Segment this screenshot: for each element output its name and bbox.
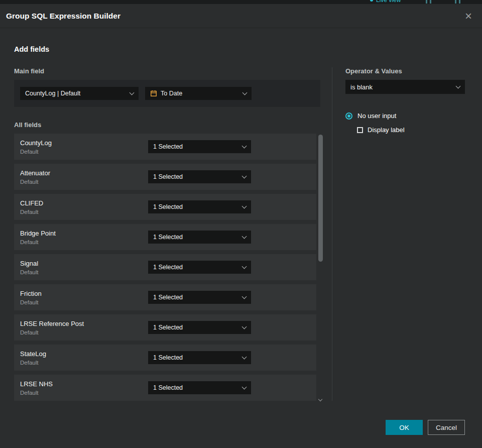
scroll-down-icon[interactable] [318,397,322,401]
chevron-down-icon [242,384,247,389]
field-row-info: Attenuator Default [20,169,148,185]
close-icon[interactable]: × [465,10,472,22]
field-layer-name: Default [20,390,148,396]
selected-values-dropdown[interactable]: 1 Selected [148,170,251,183]
selected-values-dropdown-value: 1 Selected [153,173,183,180]
chevron-down-icon [242,324,247,329]
selected-values-dropdown[interactable]: 1 Selected [148,381,251,394]
operator-values-label: Operator & Values [345,67,465,75]
operator-dropdown-value: is blank [350,83,373,91]
selected-values-dropdown-value: 1 Selected [153,384,183,391]
field-row: LRSE NHS Default 1 Selected [14,375,316,401]
dialog-title: Group SQL Expression Builder [6,12,120,21]
field-row: StateLog Default 1 Selected [14,345,316,371]
layer-dropdown[interactable]: CountyLog | Default [20,87,139,100]
live-view-button: Live view [370,0,401,4]
pause-bars-icon [455,0,460,4]
chevron-down-icon [242,143,247,148]
selected-values-dropdown-value: 1 Selected [153,354,183,361]
field-name: StateLog [20,350,148,358]
field-layer-name: Default [20,179,148,185]
selected-values-dropdown[interactable]: 1 Selected [148,291,251,304]
selected-values-dropdown-value: 1 Selected [153,294,183,301]
background-app-toolbar: Live view [0,0,482,4]
selected-values-dropdown-value: 1 Selected [153,324,183,331]
field-name: LRSE NHS [20,380,148,388]
field-layer-name: Default [20,360,148,366]
field-row-info: StateLog Default [20,350,148,366]
layer-dropdown-value: CountyLog | Default [25,90,80,97]
scrollbar-thumb[interactable] [318,135,323,262]
field-layer-name: Default [20,149,148,155]
fields-column: Main field CountyLog | Default [14,67,323,401]
checkbox-unchecked-icon [357,127,363,133]
chevron-down-icon [130,90,135,95]
field-name: CLIFED [20,199,148,207]
selected-values-dropdown[interactable]: 1 Selected [148,140,251,153]
selected-values-dropdown[interactable]: 1 Selected [148,231,251,244]
radio-selected-icon [345,113,352,120]
date-field-dropdown[interactable]: To Date [145,87,252,100]
field-row: LRSE Reference Post Default 1 Selected [14,314,316,341]
field-row-info: Friction Default [20,290,148,305]
field-layer-name: Default [20,329,148,335]
display-label-text: Display label [368,126,405,134]
chevron-down-icon [242,203,247,208]
selected-values-dropdown[interactable]: 1 Selected [148,321,251,334]
live-view-label: Live view [376,0,401,4]
no-user-input-radio[interactable]: No user input [345,112,396,120]
field-name: LRSE Reference Post [20,320,148,327]
field-row-info: LRSE NHS Default [20,380,148,396]
field-row: Attenuator Default 1 Selected [14,164,316,190]
field-row-info: CLIFED Default [20,199,148,215]
group-sql-expression-builder-dialog: Group SQL Expression Builder × Add field… [0,4,482,448]
chevron-down-icon [242,173,247,178]
operator-dropdown[interactable]: is blank [345,80,465,94]
selected-values-dropdown[interactable]: 1 Selected [148,200,251,213]
main-field-label: Main field [14,67,323,75]
field-row-info: Bridge Point Default [20,230,148,245]
selected-values-dropdown-value: 1 Selected [153,234,183,241]
field-row: Signal Default 1 Selected [14,254,316,280]
ok-button[interactable]: OK [386,420,423,435]
selected-values-dropdown-value: 1 Selected [153,143,183,150]
chevron-down-icon [456,83,461,88]
field-name: Attenuator [20,169,148,177]
live-view-dot-icon [370,0,373,2]
cancel-button[interactable]: Cancel [428,420,465,435]
selected-values-dropdown-value: 1 Selected [153,203,183,210]
field-row-info: CountyLog Default [20,139,148,155]
field-layer-name: Default [20,239,148,245]
field-name: Friction [20,290,148,297]
dialog-body: Add fields Main field CountyLog | Defaul… [0,45,482,401]
field-row: CountyLog Default 1 Selected [14,134,316,160]
field-name: Bridge Point [20,230,148,237]
all-fields-label: All fields [14,121,323,129]
calendar-icon [150,90,157,97]
all-fields-list: CountyLog Default 1 Selected Attenuator … [14,134,316,401]
chevron-down-icon [243,90,248,95]
chevron-down-icon [242,354,247,359]
selected-values-dropdown[interactable]: 1 Selected [148,261,251,274]
scrollbar[interactable] [318,135,323,402]
chevron-down-icon [242,264,247,269]
add-fields-heading: Add fields [14,45,465,53]
field-layer-name: Default [20,269,148,275]
field-layer-name: Default [20,209,148,215]
selected-values-dropdown-value: 1 Selected [153,264,183,271]
chevron-down-icon [242,294,247,299]
chevron-down-icon [242,234,247,239]
display-label-checkbox[interactable]: Display label [357,126,405,134]
date-field-dropdown-value: To Date [161,90,182,97]
no-user-input-label: No user input [357,112,396,120]
field-row-info: Signal Default [20,260,148,275]
field-row: CLIFED Default 1 Selected [14,194,316,220]
field-layer-name: Default [20,299,148,305]
dialog-header: Group SQL Expression Builder × [0,4,482,28]
main-field-container: CountyLog | Default To Date [14,80,320,107]
pause-bars-icon [426,0,431,4]
operator-values-panel: Operator & Values is blank No user input… [332,67,465,401]
field-row: Bridge Point Default 1 Selected [14,224,316,250]
field-row-info: LRSE Reference Post Default [20,320,148,335]
selected-values-dropdown[interactable]: 1 Selected [148,351,251,364]
